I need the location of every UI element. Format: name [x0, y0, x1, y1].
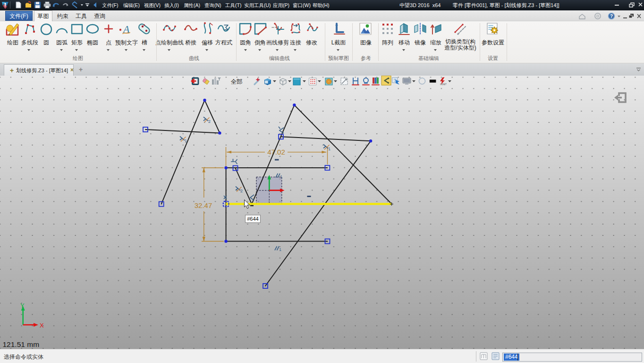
svg-text:121.51 mm: 121.51 mm	[3, 340, 40, 348]
svg-text:Y: Y	[20, 302, 25, 309]
svg-text:2: 2	[208, 119, 211, 124]
svg-text:#644: #644	[247, 216, 258, 222]
svg-text:2: 2	[240, 189, 243, 193]
svg-text:47.02: 47.02	[267, 148, 285, 156]
svg-text:1: 1	[328, 147, 330, 151]
svg-text:1: 1	[185, 138, 187, 143]
svg-text:全部: 全部	[231, 78, 243, 85]
svg-text:?: ?	[610, 14, 613, 19]
svg-text:1: 1	[279, 247, 281, 252]
svg-text:32.47: 32.47	[195, 201, 212, 209]
svg-text:GD&T: GD&T	[440, 83, 447, 86]
svg-text:1: 1	[280, 174, 282, 179]
svg-text:X: X	[40, 322, 44, 329]
